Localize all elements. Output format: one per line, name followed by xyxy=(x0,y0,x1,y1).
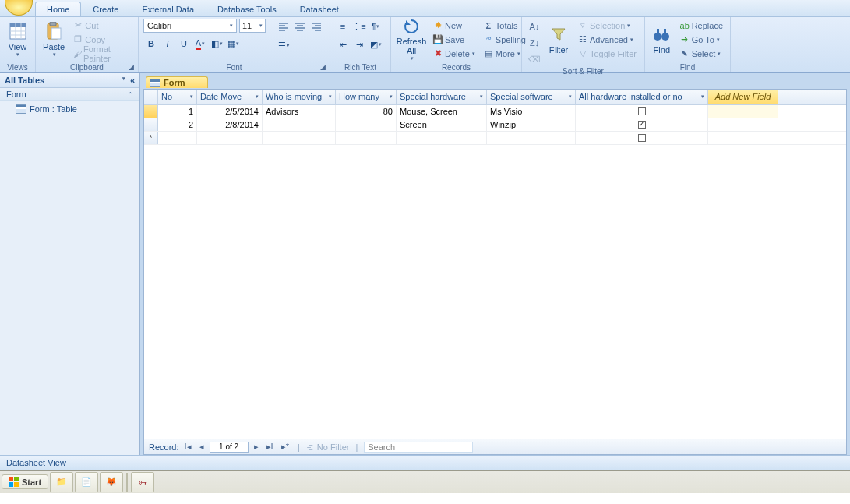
more-button[interactable]: ▤More▾ xyxy=(481,47,528,60)
row-selector-new[interactable]: * xyxy=(144,132,158,144)
col-how-many[interactable]: How many▾ xyxy=(336,90,397,104)
find-button[interactable]: Find xyxy=(650,19,674,61)
table-row[interactable]: 2 2/8/2014 Screen Winzip ✓ xyxy=(144,118,846,132)
first-record-button[interactable]: I◂ xyxy=(182,442,194,452)
cell-date-move[interactable] xyxy=(197,132,263,144)
select-button[interactable]: ⬉Select▾ xyxy=(677,47,725,60)
align-center-button[interactable] xyxy=(292,19,308,34)
checkbox-checked[interactable]: ✓ xyxy=(638,121,646,129)
row-selector[interactable] xyxy=(144,105,158,118)
refresh-all-button[interactable]: Refresh All▾ xyxy=(396,19,427,61)
bold-button[interactable]: B xyxy=(143,36,159,51)
checkbox[interactable] xyxy=(638,134,646,142)
format-painter-button[interactable]: 🖌Format Painter xyxy=(70,47,133,60)
clipboard-launcher[interactable]: ◢ xyxy=(129,63,136,71)
gridlines-button[interactable]: ▦▾ xyxy=(225,36,241,51)
col-who[interactable]: Who is moving▾ xyxy=(263,90,336,104)
cut-button[interactable]: ✂Cut xyxy=(70,19,133,32)
collapse-icon[interactable]: « xyxy=(130,76,135,85)
filter-button[interactable]: Filter xyxy=(545,19,572,61)
bullet-list-button[interactable]: ⋮≡ xyxy=(351,19,367,34)
view-button[interactable]: View▾ xyxy=(5,19,30,61)
font-launcher[interactable]: ◢ xyxy=(320,63,328,71)
col-installed[interactable]: All hardware installed or no▾ xyxy=(576,90,708,104)
delete-button[interactable]: ✖Delete▾ xyxy=(430,47,478,60)
cell-software[interactable] xyxy=(487,132,576,144)
numbered-list-button[interactable]: ≡ xyxy=(335,19,351,34)
sort-asc-button[interactable]: A↓ xyxy=(527,19,542,34)
selection-button[interactable]: ▿Selection▾ xyxy=(575,19,639,32)
new-record-button[interactable]: ✸New xyxy=(430,19,478,32)
tab-external-data[interactable]: External Data xyxy=(130,2,206,16)
paste-button[interactable]: Paste▾ xyxy=(41,19,67,61)
clear-sort-button[interactable]: ⌫ xyxy=(527,51,542,67)
search-input[interactable]: Search xyxy=(364,442,473,453)
cell-date-move[interactable]: 2/8/2014 xyxy=(197,118,263,131)
cell-installed[interactable] xyxy=(576,132,708,144)
align-right-button[interactable] xyxy=(309,19,324,34)
cell-how-many[interactable] xyxy=(336,132,397,144)
col-hardware[interactable]: Special hardware▾ xyxy=(397,90,487,104)
start-button[interactable]: Start xyxy=(2,474,48,489)
align-left-button[interactable] xyxy=(276,19,291,34)
table-row[interactable]: 1 2/5/2014 Advisors 80 Mouse, Screen Ms … xyxy=(144,105,846,118)
highlight-button[interactable]: ◩▾ xyxy=(368,37,383,52)
save-button[interactable]: 💾Save xyxy=(430,33,478,46)
cell-installed[interactable]: ✓ xyxy=(576,118,708,131)
nav-item-form-table[interactable]: Form : Table xyxy=(0,101,139,117)
taskbar-notepad[interactable]: 📄 xyxy=(75,472,98,492)
cell-add[interactable] xyxy=(708,118,778,131)
taskbar-access[interactable]: 🗝 xyxy=(131,472,154,492)
cell-no[interactable] xyxy=(158,132,197,144)
next-record-button[interactable]: ▸ xyxy=(252,442,261,452)
checkbox[interactable] xyxy=(638,107,646,115)
last-record-button[interactable]: ▸I xyxy=(264,442,276,452)
record-position-input[interactable] xyxy=(210,442,249,453)
cell-who[interactable] xyxy=(263,132,336,144)
nav-group-form[interactable]: Form⌃ xyxy=(0,88,139,101)
cell-software[interactable]: Winzip xyxy=(487,118,576,131)
select-all-corner[interactable] xyxy=(144,90,158,104)
spelling-button[interactable]: ᴬᴮSpelling xyxy=(481,33,528,46)
advanced-button[interactable]: ☷Advanced▾ xyxy=(575,33,639,46)
cell-date-move[interactable]: 2/5/2014 xyxy=(197,105,263,118)
increase-indent-button[interactable]: ⇥ xyxy=(351,37,367,52)
cell-who[interactable]: Advisors xyxy=(263,105,336,118)
font-name-combo[interactable]: Calibri▾ xyxy=(143,19,237,33)
cell-add[interactable] xyxy=(708,105,778,118)
italic-button[interactable]: I xyxy=(160,36,175,51)
col-date-move[interactable]: Date Move▾ xyxy=(197,90,263,104)
cell-add[interactable] xyxy=(708,132,778,144)
underline-button[interactable]: U xyxy=(176,36,192,51)
cell-hardware[interactable]: Screen xyxy=(397,118,487,131)
tab-home[interactable]: Home xyxy=(35,2,81,16)
tab-database-tools[interactable]: Database Tools xyxy=(206,2,288,16)
cell-no[interactable]: 2 xyxy=(158,118,197,131)
new-record-nav-button[interactable]: ▸* xyxy=(279,442,291,452)
add-new-field[interactable]: Add New Field xyxy=(708,90,778,104)
nav-header[interactable]: All Tables ▾« xyxy=(0,73,139,88)
taskbar-explorer[interactable]: 📁 xyxy=(50,472,73,492)
prev-record-button[interactable]: ◂ xyxy=(197,442,206,452)
cell-installed[interactable] xyxy=(576,105,708,118)
cell-software[interactable]: Ms Visio xyxy=(487,105,576,118)
replace-button[interactable]: abReplace xyxy=(677,19,725,32)
font-color-button[interactable]: A▾ xyxy=(192,36,208,51)
object-tab-form[interactable]: Form xyxy=(146,76,208,88)
cell-who[interactable] xyxy=(263,118,336,131)
col-no[interactable]: No▾ xyxy=(158,90,197,104)
toggle-filter-button[interactable]: ▽Toggle Filter xyxy=(575,47,639,60)
totals-button[interactable]: ΣTotals xyxy=(481,19,528,32)
sort-desc-button[interactable]: Z↓ xyxy=(527,35,542,51)
cell-hardware[interactable]: Mouse, Screen xyxy=(397,105,487,118)
cell-no[interactable]: 1 xyxy=(158,105,197,118)
tab-datasheet[interactable]: Datasheet xyxy=(288,2,351,16)
col-software[interactable]: Special software▾ xyxy=(487,90,576,104)
tab-create[interactable]: Create xyxy=(81,2,130,16)
decrease-indent-button[interactable]: ⇤ xyxy=(335,37,351,52)
taskbar-firefox[interactable]: 🦊 xyxy=(100,472,123,492)
alt-fill-button[interactable]: ☰▾ xyxy=(276,37,291,53)
cell-how-many[interactable] xyxy=(336,118,397,131)
row-selector[interactable] xyxy=(144,118,158,131)
cell-how-many[interactable]: 80 xyxy=(336,105,397,118)
